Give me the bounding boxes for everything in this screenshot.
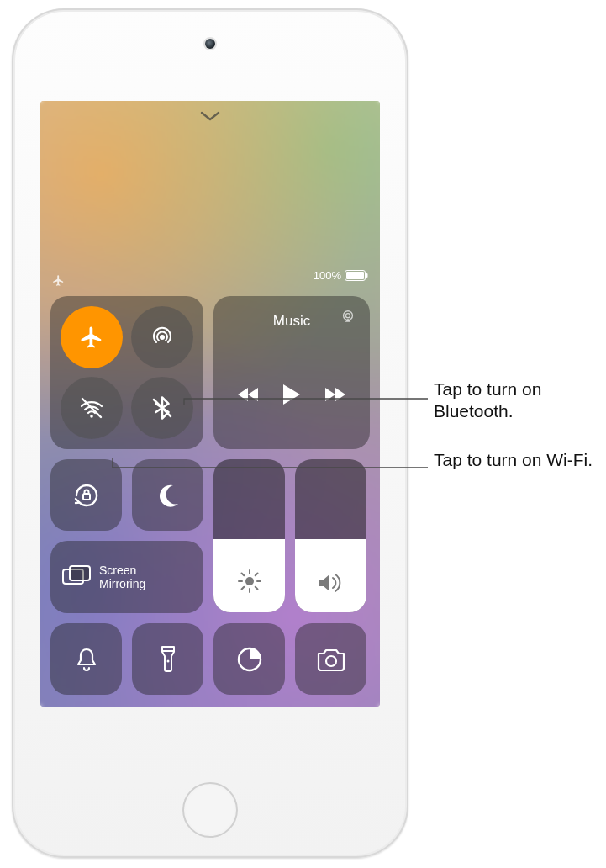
- callout-bluetooth: Tap to turn on Bluetooth.: [434, 378, 606, 423]
- svg-point-12: [245, 577, 254, 585]
- svg-line-17: [241, 574, 244, 576]
- svg-line-19: [241, 587, 244, 590]
- callout-leader-lines: [0, 0, 606, 868]
- callout-wifi: Tap to turn on Wi-Fi.: [434, 449, 593, 471]
- volume-icon: [318, 572, 345, 594]
- svg-line-18: [255, 587, 257, 590]
- svg-line-20: [255, 574, 257, 576]
- brightness-icon: [237, 569, 262, 594]
